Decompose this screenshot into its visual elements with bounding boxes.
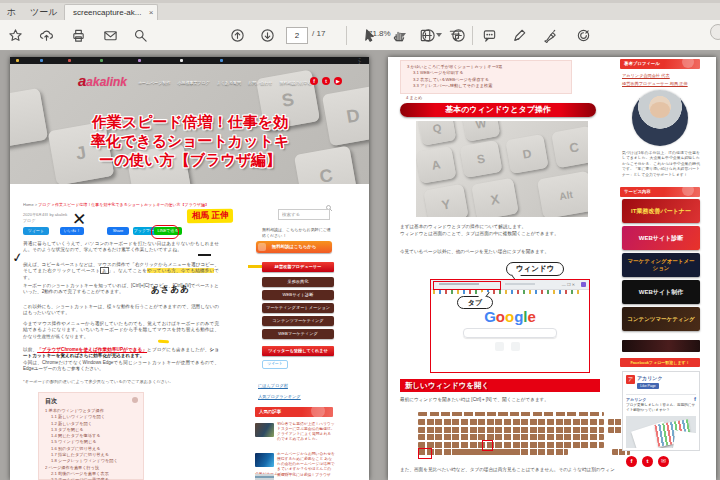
fit-dropdown-caret[interactable] [436, 33, 442, 37]
star-icon[interactable] [8, 28, 23, 43]
producer-ribbon[interactable]: 経営改善プロデューサー [262, 262, 334, 272]
nav-item[interactable]: お問い合わせ [248, 80, 272, 85]
post-date: 2020年6月4日 by akalinkブログ [23, 212, 67, 223]
nav-item[interactable]: 小規模事業ブログ [177, 80, 209, 85]
tools-badge-icon[interactable] [576, 28, 591, 43]
cloud-upload-icon[interactable] [39, 28, 54, 43]
service-banner[interactable]: IT業務改善パートナー [622, 199, 700, 223]
inline-box-annotation: あ [100, 267, 108, 274]
paragraph-6: 以前、「ブラウザChromeを使えば作業効率UPができる」とブログにも書きました… [23, 347, 219, 373]
comment-icon[interactable] [482, 28, 497, 43]
nav-item[interactable]: 無料相談のお申込 [279, 80, 311, 85]
service-banner[interactable]: マーケティングオートメーション [622, 253, 700, 277]
service-banner[interactable]: コンテンツマーケティング [622, 307, 700, 331]
twitter-icon[interactable]: t [322, 77, 330, 85]
facebook-post-image [626, 416, 696, 448]
keyboard-photo: Q W A S D Y X C Alt [416, 121, 588, 217]
ranking-link[interactable]: 人気ブログランキング [258, 394, 301, 399]
notification-icon[interactable] [710, 24, 720, 40]
tab-document[interactable]: screencapture-ak... × [64, 4, 158, 21]
facebook-icon[interactable]: f [626, 456, 637, 467]
next-page-icon[interactable] [260, 28, 275, 43]
facebook-f-icon: f [694, 396, 696, 402]
page-number-input[interactable] [286, 27, 308, 44]
akalink-logo[interactable]: aakalink [78, 72, 127, 89]
nav-item[interactable]: よくある質問 [217, 80, 241, 85]
sidebar-menu-item[interactable]: 業務改善化 [262, 277, 334, 287]
google-search-box [463, 328, 557, 338]
contact-button[interactable]: 無料相談はこちらから [256, 241, 332, 253]
window-controls: — ❐ ✕ [562, 282, 575, 287]
breadcrumb[interactable]: Home > ブログ > 作業スピード倍増！仕事を効率化できるショートカットキー… [23, 202, 253, 207]
zoom-dropdown-caret[interactable] [400, 33, 406, 37]
paragraph: 今見ているページ以外に、他のページを見たい場合にタブを開きます。 [400, 249, 605, 256]
profile-photo [632, 90, 688, 146]
facebook-post-text: ブログ更新しました！皆さん、定期的にサイト解析やっていますか？ [626, 403, 696, 413]
sidebar-menu-item[interactable]: コンテンツマーケティング [262, 316, 334, 326]
highlight-pencil-icon[interactable] [512, 28, 527, 43]
dark-banner[interactable] [622, 340, 700, 352]
service-banner[interactable]: WEBサイト制作 [622, 280, 700, 304]
red-oval-annotation [151, 225, 179, 239]
profile-bio: 気づけば1年の半分以上、ITの現場で仕事をしてきました。大企業も中小企業も経験し… [622, 151, 700, 178]
yellow-highlight: やっている方、今でも結構多い [147, 268, 214, 273]
print-icon[interactable] [71, 28, 86, 43]
email-icon[interactable] [103, 28, 118, 43]
tab-tools[interactable]: ツール [24, 5, 63, 20]
dash-annotation [198, 254, 211, 256]
table-of-contents-continued: 3 かゆいところに手が届くショートカットキー3選 3.1 WEBページを印刷する… [400, 60, 572, 94]
document-viewer[interactable]: こんにちは、akalink さん J S D C aakalink ホームページ… [0, 51, 720, 480]
nav-item[interactable]: ホームページ制作 [138, 80, 170, 85]
sidebar-menu-item[interactable]: WEBマーケティング [262, 329, 334, 339]
email-icon[interactable]: ✉ [658, 456, 669, 467]
keyboard-note: *キーボードの配列の違いによって多少異なっているのでご了承おきください。 [23, 379, 174, 384]
zoom-level-label[interactable]: 71.8% [368, 29, 391, 38]
youtube-icon[interactable]: ▶ [334, 77, 342, 85]
browser-screenshot: — ❐ ✕ タブ Google [430, 279, 590, 373]
search-zoom-icon[interactable] [133, 28, 148, 43]
sign-icon[interactable] [543, 28, 558, 43]
service-banner[interactable]: WEBサイト診断 [622, 226, 700, 250]
tab-home[interactable]: ホーム [0, 5, 16, 20]
toc-toggle-icon[interactable] [132, 397, 138, 403]
paragraph-4: これ以外にも、ショートカットキーは、様々な動作を行うことができますので、活用しな… [23, 304, 219, 317]
screenshot-bookmarks-bar: こんにちは、akalink さん [10, 57, 369, 64]
tweet-chip-button[interactable]: ツイート [262, 360, 288, 369]
paragraph: 最初にウィンドウを開きたい時は [Ctrl]＋[N] で、開くことができます。 [400, 397, 605, 404]
twitter-icon[interactable]: t [642, 456, 653, 467]
company-link[interactable]: アカリンク合同会社 代表 [622, 73, 670, 78]
close-tab-icon[interactable]: × [149, 5, 154, 21]
twitter-ribbon[interactable]: ツイッターも登録してくれません？！ [262, 346, 334, 356]
bookmarks-bar-text: こんにちは、akalink さん [358, 58, 361, 61]
pdf-page-3-right: 3 かゆいところに手が届くショートカットキー3選 3.1 WEBページを印刷する… [388, 57, 716, 480]
producer-link[interactable]: 経営改善プロデューサー 相馬 正伸 [622, 81, 688, 86]
paragraph-2: 例えば、コピー＆ペーストなどは、マウスの操作で「右クリックからメニューを選びコピ… [23, 262, 219, 281]
shortcut-tile [495, 342, 504, 351]
toolbar-divider [472, 26, 473, 45]
facebook-icon[interactable]: f [310, 77, 318, 85]
sidebar-menu-item[interactable]: マーケティングオートメーション [262, 303, 334, 313]
like-button[interactable]: いいね！ [60, 227, 84, 235]
toc-item[interactable]: 4 まとめ [406, 95, 422, 100]
fit-width-icon[interactable] [448, 28, 463, 43]
popular-article[interactable]: 初心者でも英語が上達！ハリウッドスターに学ぶ英会話の勉強法。クライアントによく質… [255, 422, 335, 442]
facebook-page-name[interactable]: アカリンク [637, 375, 663, 381]
fit-page-icon[interactable] [418, 28, 433, 43]
sidebar-menu-item[interactable]: WEBサイト診断 [262, 290, 334, 300]
toc-title: 目次 [45, 397, 137, 406]
extension-icon [581, 282, 586, 287]
tweet-button[interactable]: ツイート [23, 227, 49, 235]
facebook-post-name[interactable]: アカリンク [626, 394, 696, 402]
popular-article[interactable]: 業務効率化には必須！ブラウザ [255, 473, 335, 480]
like-page-button[interactable]: Like Page [637, 383, 659, 389]
subsection-heading: 新しいウィンドウを開く [400, 379, 600, 392]
blogmura-link[interactable]: にほんブログ村 [258, 383, 288, 388]
search-input[interactable] [278, 209, 330, 220]
share-button[interactable]: Share [107, 227, 129, 235]
paragraph: まずは基本のウィンドウとタブの操作について解説します。ウィンドウとは画面のことで… [400, 224, 605, 237]
chrome-article-link[interactable]: 「ブラウザChromeを使えば作業効率UPができる」 [37, 347, 147, 352]
toc-item[interactable]: 3.3 アドレスバーへ移動してそのまま検索 [407, 83, 565, 89]
search-icon[interactable] [325, 198, 333, 206]
previous-page-icon[interactable] [230, 28, 245, 43]
bookmarks-row [433, 290, 583, 294]
